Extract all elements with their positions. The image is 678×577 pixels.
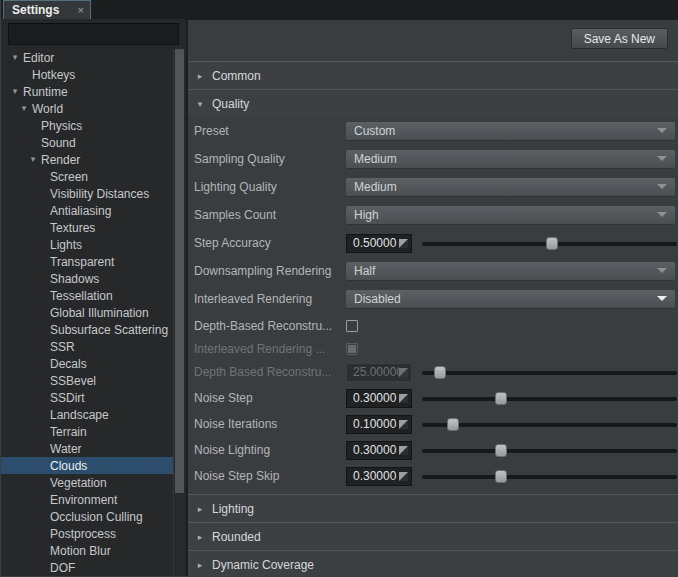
setting-label: Downsampling Rendering [194, 264, 346, 278]
depth-based-reconstru-checkbox[interactable] [346, 320, 358, 332]
slider-track [422, 475, 677, 479]
tree-item-dof[interactable]: DOF [1, 559, 173, 576]
tree-item-terrain[interactable]: Terrain [1, 423, 173, 440]
section-header-lighting[interactable]: ▸Lighting [188, 494, 678, 522]
setting-label: Interleaved Rendering [194, 292, 346, 306]
sampling-quality-dropdown[interactable]: Medium [346, 150, 675, 169]
tree-item-tessellation[interactable]: Tessellation [1, 287, 173, 304]
chevron-down-icon [657, 268, 667, 273]
setting-label: Samples Count [194, 208, 346, 222]
slider-handle[interactable] [447, 418, 459, 431]
slider-handle[interactable] [434, 366, 446, 379]
tree-item-textures[interactable]: Textures [1, 219, 173, 236]
search-input[interactable] [8, 23, 179, 45]
noise-step-skip-value-field[interactable]: 0.30000 [346, 467, 412, 486]
downsampling-rendering-dropdown[interactable]: Half [346, 262, 675, 281]
tree-item-hotkeys[interactable]: Hotkeys [1, 66, 173, 83]
tree-item-transparent[interactable]: Transparent [1, 253, 173, 270]
tree-item-subsurface-scattering[interactable]: Subsurface Scattering [1, 321, 173, 338]
expand-arrow-icon[interactable]: ▾ [25, 151, 41, 168]
step-accuracy-slider[interactable] [422, 234, 677, 253]
samples-count-dropdown[interactable]: High [346, 206, 675, 225]
tree-item-label: Occlusion Culling [50, 510, 143, 524]
section-header-dynamic-coverage[interactable]: ▸Dynamic Coverage [188, 550, 678, 577]
save-as-new-button[interactable]: Save As New [571, 28, 668, 49]
tree-item-ssr[interactable]: SSR [1, 338, 173, 355]
tree-item-motion-blur[interactable]: Motion Blur [1, 542, 173, 559]
value-drag-icon[interactable] [399, 420, 408, 429]
expand-arrow-icon[interactable]: ▾ [7, 83, 23, 100]
close-icon[interactable]: × [78, 5, 84, 16]
tree-item-label: SSDirt [50, 391, 85, 405]
lighting-quality-dropdown[interactable]: Medium [346, 178, 675, 197]
noise-iterations-value-field[interactable]: 0.10000 [346, 415, 412, 434]
chevron-down-icon [657, 128, 667, 133]
noise-step-slider[interactable] [422, 389, 677, 408]
tree-item-label: Motion Blur [50, 544, 111, 558]
tree-item-ssdirt[interactable]: SSDirt [1, 389, 173, 406]
slider-track [422, 397, 677, 401]
depth-based-reconstru-value-field[interactable]: 25.00000 [346, 363, 412, 382]
tree-item-vegetation[interactable]: Vegetation [1, 474, 173, 491]
noise-iterations-slider[interactable] [422, 415, 677, 434]
tree-item-lights[interactable]: Lights [1, 236, 173, 253]
section-header-rounded[interactable]: ▸Rounded [188, 522, 678, 550]
tree-item-water[interactable]: Water [1, 440, 173, 457]
depth-based-reconstru-slider[interactable] [422, 363, 677, 382]
value-drag-icon[interactable] [399, 446, 408, 455]
noise-step-skip-slider[interactable] [422, 467, 677, 486]
noise-step-value-field[interactable]: 0.30000 [346, 389, 412, 408]
tree-item-editor[interactable]: ▾Editor [1, 49, 173, 66]
slider-handle[interactable] [495, 470, 507, 483]
tree-item-shadows[interactable]: Shadows [1, 270, 173, 287]
section-header-common[interactable]: ▸Common [188, 61, 678, 89]
slider-handle[interactable] [495, 444, 507, 457]
dropdown-value: High [354, 208, 657, 222]
setting-row-depth-based-reconstru: Depth-Based Reconstru... [188, 313, 678, 338]
tree-item-occlusion-culling[interactable]: Occlusion Culling [1, 508, 173, 525]
value-drag-icon[interactable] [399, 368, 408, 377]
expand-arrow-icon[interactable]: ▾ [16, 100, 32, 117]
tree-item-landscape[interactable]: Landscape [1, 406, 173, 423]
preset-dropdown[interactable]: Custom [346, 122, 675, 141]
section-list: ▸Common▾QualityPresetCustomSampling Qual… [188, 61, 678, 577]
tree-scrollbar-thumb[interactable] [175, 49, 184, 493]
tree-item-postprocess[interactable]: Postprocess [1, 525, 173, 542]
noise-lighting-slider[interactable] [422, 441, 677, 460]
tree-item-environment[interactable]: Environment [1, 491, 173, 508]
section-label: Lighting [212, 502, 254, 516]
tree-item-label: SSBevel [50, 374, 96, 388]
value-drag-icon[interactable] [399, 239, 408, 248]
tree-item-physics[interactable]: Physics [1, 117, 173, 134]
value-drag-icon[interactable] [399, 394, 408, 403]
tree-item-decals[interactable]: Decals [1, 355, 173, 372]
step-accuracy-value-field[interactable]: 0.50000 [346, 234, 412, 253]
tree-item-clouds[interactable]: Clouds [1, 457, 173, 474]
section-header-quality[interactable]: ▾Quality [188, 89, 678, 117]
tree-item-visibility-distances[interactable]: Visibility Distances [1, 185, 173, 202]
tree-item-label: Postprocess [50, 527, 116, 541]
tree-scrollbar[interactable] [173, 49, 184, 577]
slider-handle[interactable] [546, 237, 558, 250]
tree-item-world[interactable]: ▾World [1, 100, 173, 117]
dropdown-value: Half [354, 264, 657, 278]
dropdown-value: Custom [354, 124, 657, 138]
slider-handle[interactable] [495, 392, 507, 405]
tree-item-label: Decals [50, 357, 87, 371]
expand-arrow-icon[interactable]: ▾ [7, 49, 23, 66]
setting-row-preset: PresetCustom [188, 117, 678, 145]
tab-settings[interactable]: Settings × [3, 0, 91, 19]
value-drag-icon[interactable] [399, 472, 408, 481]
interleaved-rendering-dropdown[interactable]: Disabled [346, 290, 675, 309]
tree-item-screen[interactable]: Screen [1, 168, 173, 185]
tab-settings-label: Settings [12, 3, 59, 17]
tree-item-label: Transparent [50, 255, 114, 269]
tree-item-global-illumination[interactable]: Global Illumination [1, 304, 173, 321]
tree-item-ssbevel[interactable]: SSBevel [1, 372, 173, 389]
tree-item-antialiasing[interactable]: Antialiasing [1, 202, 173, 219]
tree-item-render[interactable]: ▾Render [1, 151, 173, 168]
noise-lighting-value-field[interactable]: 0.30000 [346, 441, 412, 460]
setting-row-interleaved-rendering: Interleaved RenderingDisabled [188, 285, 678, 313]
tree-item-sound[interactable]: Sound [1, 134, 173, 151]
tree-item-runtime[interactable]: ▾Runtime [1, 83, 173, 100]
